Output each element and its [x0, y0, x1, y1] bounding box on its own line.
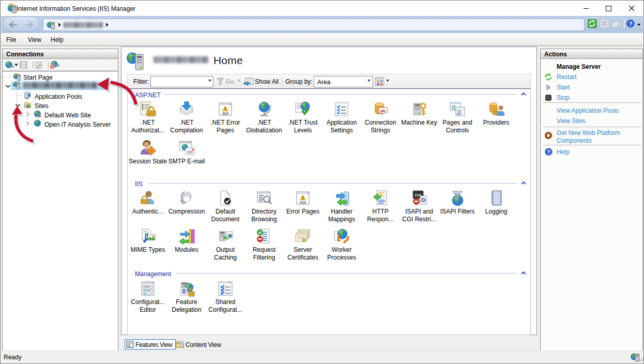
- svg-text:?: ?: [547, 149, 550, 155]
- svg-text:?: ?: [629, 21, 633, 27]
